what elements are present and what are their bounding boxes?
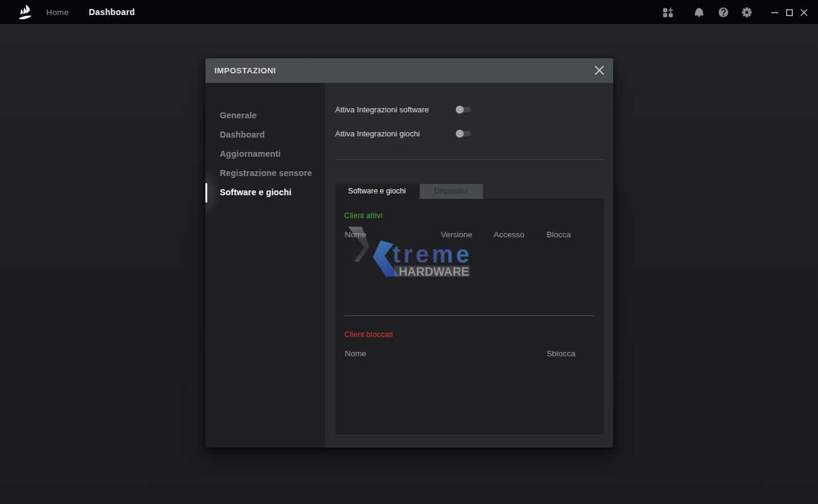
svg-text:HARDWARE: HARDWARE (399, 264, 469, 278)
svg-text:treme: treme (393, 241, 470, 267)
